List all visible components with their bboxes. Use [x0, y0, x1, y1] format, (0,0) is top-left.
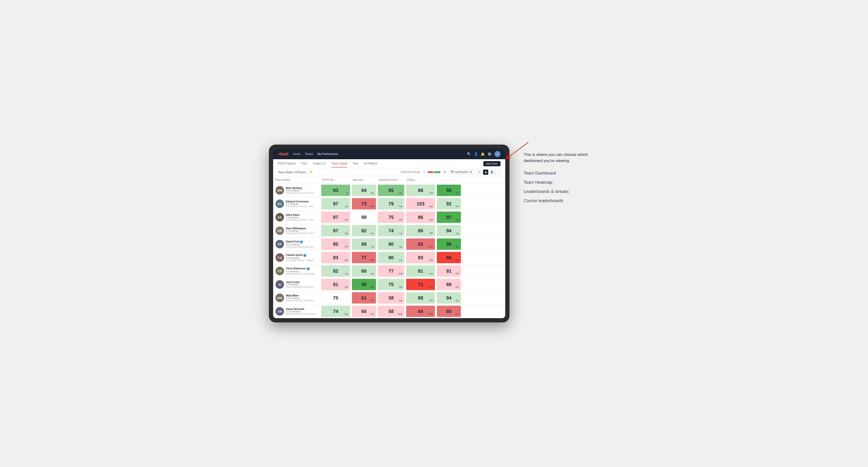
add-team-button[interactable]: Add Team	[483, 161, 500, 166]
score-cell: 75-3▼	[378, 212, 404, 223]
score-cell: 61-3▼	[352, 292, 376, 304]
score-value: 58	[389, 309, 394, 314]
table-row: CRChris Robertson1-5 HandicapCraigmillar…	[273, 264, 505, 278]
player-info[interactable]: JCJosh Coles1-5 HandicapRoyal North Devo…	[273, 278, 320, 290]
score-change: 1▲	[456, 232, 459, 235]
score-value: 81	[418, 269, 423, 274]
score-cell: 91-3▼	[437, 266, 461, 277]
score-value: 82	[361, 228, 367, 234]
score-value: 83	[418, 242, 423, 247]
score-cell: 93+4	[321, 185, 350, 196]
annotation-item-1: Team Dashboard	[524, 171, 599, 176]
score-value: 71	[418, 282, 423, 287]
player-info[interactable]: ANAaron Nicholls11-15 HandicapDrift Golf…	[273, 305, 320, 317]
th-approach[interactable]: Approach →	[351, 178, 377, 182]
player-avatar: JC	[276, 280, 284, 289]
score-cell: 83-3▼	[321, 252, 350, 263]
score-value: 94	[446, 228, 452, 234]
score-value: 79	[389, 201, 394, 207]
tab-hcaps[interactable]: Hcaps 1-5	[313, 160, 326, 167]
person-view-button[interactable]: 👤	[489, 169, 494, 175]
score-value: 75	[389, 282, 394, 287]
score-cell: 897▲	[352, 239, 376, 250]
nav-bar: clippd Home Teams My Performance 🔍 👤 🔔 ⚙…	[273, 149, 505, 159]
score-value: 83	[418, 255, 423, 260]
score-change: 2▲	[371, 272, 374, 275]
player-info[interactable]: DBDave Billingham1-5 HandicapGog Magog G…	[273, 224, 320, 237]
player-info[interactable]: ECEdward Crossman1-5 HandicapSunningdale…	[273, 198, 320, 210]
edit-icon[interactable]: ✏️	[309, 170, 313, 174]
user-icon[interactable]: 👤	[474, 152, 478, 156]
tab-pgat-players[interactable]: PGAT Players	[278, 160, 296, 167]
player-info[interactable]: MMMatt Miller6-10 HandicapWoburn Golf Cl…	[273, 292, 320, 304]
player-rows: BMBlair McHargPlus HandicapRoyal North D…	[273, 184, 505, 318]
score-change: +4	[346, 192, 348, 194]
score-cell: 874▲	[321, 225, 350, 236]
th-off-tee[interactable]: Off the Tee ↓	[320, 178, 351, 182]
score-change: -2▼	[455, 286, 459, 288]
score-change: 8▲	[345, 313, 348, 315]
player-info[interactable]: DFDavid FordPlus HandicapRoyal North Dev…	[273, 238, 320, 250]
score-value: 80	[389, 242, 394, 247]
settings-icon[interactable]: ⚙️	[488, 152, 492, 156]
annotation-item-4: Course leaderboards	[524, 198, 599, 203]
th-player-quality[interactable]: Player Quality ↓	[273, 178, 320, 182]
table-row: DFDavid FordPlus HandicapRoyal North Dev…	[273, 238, 505, 251]
score-cell: 959▲	[437, 185, 461, 196]
player-club: Gog Magog Golf Club, United Kingdom	[286, 232, 316, 235]
change-minus: -5	[423, 171, 425, 173]
bar-green	[434, 171, 440, 173]
score-value: 97	[446, 215, 452, 220]
tab-team-clippd[interactable]: Team Clippd	[331, 160, 347, 167]
nav-home[interactable]: Home	[293, 151, 301, 157]
tab-pga[interactable]: PGA	[301, 160, 307, 167]
score-value: 75	[389, 215, 394, 220]
nav-myperformance[interactable]: My Performance	[317, 151, 338, 157]
grid-view-button[interactable]: ⊞	[477, 169, 482, 175]
player-avatar: EE	[276, 213, 284, 221]
score-cell: 86-6▼	[406, 212, 435, 223]
player-info[interactable]: EEElliot Ebert1-5 HandicapSunningdale Go…	[273, 211, 320, 223]
verified-icon	[300, 241, 303, 243]
score-value: 103	[416, 201, 424, 207]
th-around-green[interactable]: Around the Green →	[377, 178, 405, 182]
score-cell: 71-11▼	[406, 279, 435, 290]
tab-tour[interactable]: Tour	[353, 160, 358, 167]
player-info[interactable]: CRChris Robertson1-5 HandicapCraigmillar…	[273, 265, 320, 277]
player-club: Woburn Golf Club, United Kingdom	[286, 299, 316, 302]
score-value: 88	[361, 215, 367, 220]
score-value: 96	[446, 242, 452, 247]
score-cell: 10315▲	[406, 198, 435, 210]
score-change: 3▲	[399, 246, 402, 248]
score-change: -3▼	[344, 286, 348, 288]
nav-teams[interactable]: Teams	[305, 151, 313, 157]
page-wrapper: clippd Home Teams My Performance 🔍 👤 🔔 ⚙…	[269, 145, 599, 322]
score-value: 88	[418, 188, 423, 193]
score-change: 1▲	[345, 205, 348, 208]
score-cell: 84-21▼	[406, 306, 435, 317]
bell-icon[interactable]: 🔔	[481, 152, 485, 156]
score-change: -6▼	[429, 259, 433, 261]
last-rounds-button[interactable]: 📅 Last Rounds: 20	[448, 170, 474, 174]
player-name: Charlie Quick	[286, 253, 316, 257]
calendar-icon: 📅	[451, 171, 454, 173]
tab-all-players[interactable]: All Players	[364, 160, 377, 167]
user-avatar[interactable]: U	[494, 151, 500, 157]
player-handicap: 1-5 Handicap	[286, 230, 316, 232]
search-icon[interactable]: 🔍	[467, 152, 471, 156]
th-putting[interactable]: Putting →	[405, 178, 436, 182]
score-change: 9▲	[456, 192, 459, 194]
player-handicap: 1-5 Handicap	[286, 283, 316, 286]
player-name: Dave Billingham	[286, 227, 316, 230]
score-cell: 83-10▼	[406, 239, 435, 250]
player-handicap: 11-15 Handicap	[286, 310, 316, 313]
heatmap-view-button[interactable]: ▦	[483, 169, 488, 175]
tablet-screen: clippd Home Teams My Performance 🔍 👤 🔔 ⚙…	[273, 149, 505, 318]
player-info[interactable]: BMBlair McHargPlus HandicapRoyal North D…	[273, 184, 320, 196]
score-change: -14▼	[369, 259, 374, 261]
score-value: 93	[333, 188, 338, 193]
score-cell: 584▲	[378, 292, 404, 304]
player-info[interactable]: CQCharlie Quick6-10 HandicapSt. George's…	[273, 251, 320, 264]
download-button[interactable]: ↓	[495, 169, 500, 175]
score-cell: 87-3▼	[321, 212, 350, 223]
